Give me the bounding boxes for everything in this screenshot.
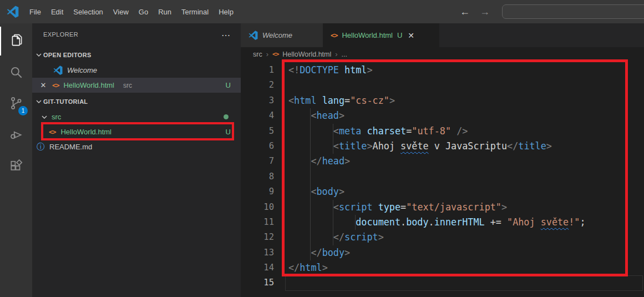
- sidebar-title-label: EXPLORER: [43, 31, 78, 38]
- token-tag: head: [322, 155, 344, 167]
- menu-view[interactable]: View: [108, 5, 134, 19]
- chevron-down-icon: [34, 51, 43, 59]
- token-text: [361, 125, 367, 137]
- code-line-2[interactable]: 2: [241, 78, 644, 93]
- breadcrumb-symbol[interactable]: ...: [342, 51, 347, 58]
- token-p: </: [507, 140, 518, 152]
- line-number: 3: [241, 93, 274, 108]
- line-number: 11: [241, 215, 274, 230]
- more-actions-icon[interactable]: ⋯: [221, 30, 231, 41]
- code-line-4[interactable]: 4<head>: [241, 108, 644, 123]
- search-icon[interactable]: [0, 58, 32, 87]
- token-p: <: [311, 186, 316, 197]
- back-arrow-icon[interactable]: ←: [460, 6, 470, 18]
- token-str: světe: [541, 217, 569, 228]
- token-text: .: [400, 217, 406, 228]
- code-text: <!DOCTYPE html>: [288, 63, 373, 78]
- token-text: [373, 202, 378, 213]
- line-number: 15: [241, 275, 274, 290]
- tab-welcome[interactable]: Welcome: [241, 23, 323, 47]
- breadcrumb: src › <> HelloWorld.html › ...: [241, 47, 644, 61]
- code-line-6[interactable]: 6<title>Ahoj světe v JavaScriptu</title>: [241, 139, 644, 154]
- folder-src[interactable]: src: [32, 109, 241, 124]
- token-tag: html: [294, 95, 316, 106]
- command-center-search[interactable]: [502, 4, 644, 19]
- code-editor[interactable]: 1<!DOCTYPE html>23<html lang="cs-cz">4<h…: [241, 61, 644, 297]
- code-line-3[interactable]: 3<html lang="cs-cz">: [241, 93, 644, 108]
- close-icon[interactable]: ✕: [408, 31, 414, 40]
- run-debug-icon[interactable]: [0, 120, 32, 149]
- menu-edit[interactable]: Edit: [46, 5, 68, 19]
- vscode-logo-icon: [53, 66, 63, 75]
- breadcrumb-file[interactable]: HelloWorld.html: [282, 51, 331, 58]
- forward-arrow-icon[interactable]: →: [480, 6, 490, 18]
- menu-run[interactable]: Run: [153, 5, 176, 19]
- vscode-logo-icon: [249, 31, 258, 40]
- token-text: =: [406, 125, 412, 137]
- code-text: document.body.innerHTML += "Ahoj světe!"…: [288, 215, 586, 230]
- files-icon: [9, 34, 24, 48]
- code-line-10[interactable]: 10<script type="text/javascript">: [241, 200, 644, 215]
- menu-terminal[interactable]: Terminal: [176, 5, 214, 19]
- indent-guide: [288, 108, 311, 123]
- magnifier-icon: [9, 65, 23, 79]
- token-p: >: [322, 262, 328, 273]
- breadcrumb-src[interactable]: src: [253, 51, 262, 58]
- code-line-14[interactable]: 14</html>: [241, 260, 644, 275]
- token-tag: title: [339, 140, 367, 152]
- token-tag: DOCTYPE: [300, 64, 339, 75]
- open-editors-section[interactable]: OPEN EDITORS: [32, 49, 241, 61]
- token-p: >: [367, 64, 372, 75]
- indent-guide: [311, 124, 333, 139]
- open-editor-welcome[interactable]: Welcome: [32, 63, 241, 78]
- code-line-13[interactable]: 13</body>: [241, 245, 644, 260]
- code-line-8[interactable]: 8: [241, 169, 644, 184]
- code-text: <meta charset="utf-8" />: [288, 124, 468, 139]
- token-p: </: [311, 247, 322, 258]
- folder-modified-dot: [224, 114, 229, 119]
- token-attr: html: [339, 64, 367, 75]
- code-line-7[interactable]: 7</head>: [241, 154, 644, 169]
- project-section[interactable]: GIT-TUTORIAL: [32, 95, 241, 108]
- token-text: =: [344, 95, 350, 106]
- code-line-9[interactable]: 9<body>: [241, 184, 644, 199]
- vscode-logo-icon: [7, 6, 19, 18]
- explorer-icon[interactable]: [0, 27, 32, 56]
- tab-git-status-badge: U: [397, 31, 402, 39]
- code-text: <script type="text/javascript">: [288, 200, 507, 215]
- tab-helloworld[interactable]: <> HelloWorld.html U ✕: [323, 23, 439, 47]
- menu-file[interactable]: File: [24, 5, 46, 19]
- indent-guide: [288, 200, 311, 215]
- file-helloworld[interactable]: <> HelloWorld.html U: [32, 124, 241, 139]
- menu-go[interactable]: Go: [134, 5, 153, 19]
- code-line-1[interactable]: 1<!DOCTYPE html>: [241, 63, 644, 78]
- menu-selection[interactable]: Selection: [68, 5, 108, 19]
- indent-guide: [333, 215, 356, 230]
- file-readme[interactable]: ⓘ README.md: [32, 139, 241, 154]
- token-p: >: [344, 155, 350, 167]
- token-str: "utf-8": [412, 125, 451, 137]
- token-text: v JavaScriptu: [429, 140, 507, 152]
- code-line-11[interactable]: 11document.body.innerHTML += "Ahoj světe…: [241, 215, 644, 230]
- indent-guide: [311, 215, 333, 230]
- open-editor-helloworld[interactable]: ✕ <> HelloWorld.html src U: [32, 78, 241, 93]
- indent-guide: [311, 230, 333, 245]
- token-p: </: [288, 262, 300, 273]
- history-navigation: ← →: [460, 6, 490, 18]
- token-p: >: [339, 110, 344, 121]
- line-number: 9: [241, 184, 274, 199]
- code-line-5[interactable]: 5<meta charset="utf-8" />: [241, 124, 644, 139]
- extensions-icon[interactable]: [0, 152, 32, 181]
- line-number: 1: [241, 63, 274, 78]
- token-p: >: [344, 247, 350, 258]
- line-number: 4: [241, 108, 274, 123]
- menu-help[interactable]: Help: [214, 5, 239, 19]
- html-file-icon: <>: [49, 128, 55, 136]
- source-control-icon[interactable]: 1: [0, 89, 32, 118]
- code-line-12[interactable]: 12</script>: [241, 230, 644, 245]
- line-number: 14: [241, 260, 274, 275]
- close-icon[interactable]: ✕: [39, 81, 48, 89]
- code-text: </head>: [288, 154, 350, 169]
- scm-badge: 1: [18, 106, 28, 115]
- explorer-sidebar: EXPLORER ⋯ OPEN EDITORS Welcome ✕ <> Hel…: [32, 23, 241, 297]
